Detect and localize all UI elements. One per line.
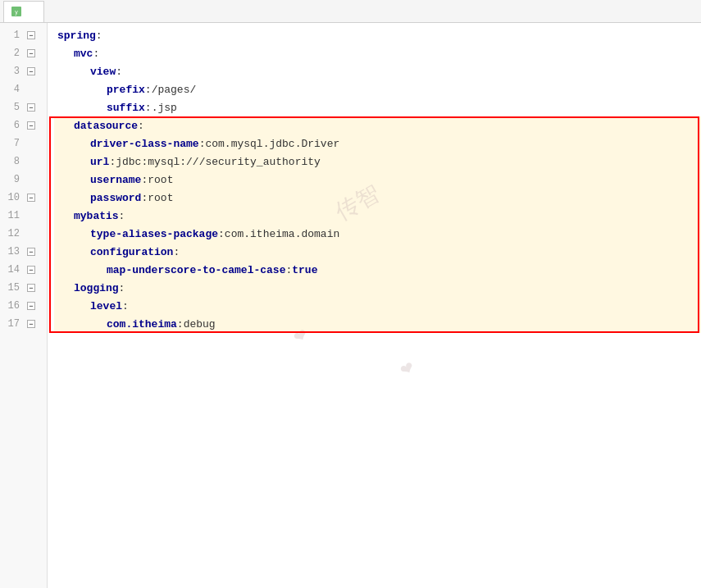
code-line: url: jdbc:mysql:///security_authority	[54, 153, 701, 171]
fold-icon[interactable]: −	[25, 266, 38, 274]
code-token: :	[141, 192, 148, 204]
code-line: mvc:	[54, 44, 701, 62]
code-token: username	[90, 174, 141, 186]
line-number: 9	[0, 174, 25, 185]
gutter-row: 14−	[0, 261, 47, 279]
gutter-row: 17−	[0, 315, 47, 333]
code-token: configuration	[90, 246, 173, 258]
code-token: :	[109, 156, 116, 168]
code-line: suffix: .jsp	[54, 98, 701, 116]
code-token: driver-class-name	[90, 138, 199, 150]
code-line: map-underscore-to-camel-case: true	[54, 261, 701, 279]
code-token: :	[199, 138, 206, 150]
code-line: com.itheima: debug	[54, 315, 701, 333]
code-token: map-underscore-to-camel-case	[107, 264, 285, 276]
fold-icon[interactable]: −	[25, 284, 38, 292]
code-line: mybatis:	[54, 207, 701, 225]
code-content: spring:mvc:view:prefix: /pages/suffix: .…	[48, 23, 701, 588]
code-token: password	[90, 192, 141, 204]
line-number: 13	[0, 246, 25, 258]
code-line: logging:	[54, 279, 701, 297]
code-token: true	[292, 264, 317, 276]
code-token: /pages/	[152, 84, 197, 96]
code-token: mvc	[74, 48, 93, 60]
code-token: root	[148, 192, 173, 204]
active-tab[interactable]: y	[3, 1, 44, 22]
line-number: 4	[0, 84, 25, 95]
code-line: username: root	[54, 171, 701, 189]
code-token: prefix	[107, 84, 145, 96]
line-number: 1	[0, 30, 25, 41]
fold-icon[interactable]: −	[25, 320, 38, 328]
fold-icon[interactable]: −	[25, 302, 38, 310]
code-token: type-aliases-package	[90, 228, 218, 240]
gutter-row: 3−	[0, 62, 47, 80]
gutter-row: 2−	[0, 44, 47, 62]
watermark-3: ❤	[396, 357, 418, 381]
code-token: com.itheima	[107, 318, 177, 330]
gutter-row: 8	[0, 153, 47, 171]
line-number: 14	[0, 264, 25, 276]
gutter-row: 13−	[0, 243, 47, 261]
line-number: 6	[0, 120, 25, 131]
gutter-row: 6−	[0, 116, 47, 134]
code-token: :	[177, 318, 184, 330]
code-token: :	[173, 246, 180, 258]
fold-icon[interactable]: −	[25, 121, 38, 130]
fold-icon[interactable]: −	[25, 49, 38, 57]
line-number: 15	[0, 282, 25, 294]
editor-window: y 1−2−3−45−6−78910−111213−14−15−16−17− s…	[0, 0, 701, 588]
code-token: com.mysql.jdbc.Driver	[205, 138, 339, 150]
line-number: 11	[0, 210, 25, 221]
code-token: view	[90, 66, 116, 78]
gutter-row: 10−	[0, 189, 47, 207]
line-number: 7	[0, 138, 25, 149]
line-number: 3	[0, 66, 25, 77]
code-token: :	[145, 102, 152, 114]
code-token: :	[145, 84, 152, 96]
file-icon: y	[11, 6, 22, 17]
code-line: level:	[54, 297, 701, 315]
code-line: configuration:	[54, 243, 701, 261]
fold-icon[interactable]: −	[25, 248, 38, 256]
line-number: 8	[0, 156, 25, 167]
code-token: :	[138, 120, 144, 132]
fold-icon[interactable]: −	[25, 67, 38, 75]
line-number: 12	[0, 228, 25, 239]
fold-icon[interactable]: −	[25, 31, 38, 39]
code-token: :	[285, 264, 292, 276]
tab-bar: y	[0, 0, 701, 23]
code-token: :	[96, 30, 102, 42]
code-token: logging	[74, 282, 119, 294]
code-token: datasource	[74, 120, 138, 132]
code-line: password: root	[54, 189, 701, 207]
fold-icon[interactable]: −	[25, 103, 38, 112]
gutter-row: 16−	[0, 297, 47, 315]
code-token: :	[116, 66, 122, 78]
code-line: type-aliases-package: com.itheima.domain	[54, 225, 701, 243]
gutter-row: 9	[0, 171, 47, 189]
code-token: com.itheima.domain	[225, 228, 339, 240]
gutter-row: 12	[0, 225, 47, 243]
code-token: .jsp	[152, 102, 177, 114]
code-token: debug	[184, 318, 216, 330]
code-token: :	[119, 210, 125, 222]
gutter-row: 7	[0, 134, 47, 153]
line-number: 16	[0, 300, 25, 312]
code-token: :	[141, 174, 148, 186]
gutter-row: 5−	[0, 98, 47, 116]
code-token: root	[148, 174, 173, 186]
code-token: jdbc:mysql:///security_authority	[116, 156, 321, 168]
code-token: :	[119, 282, 125, 294]
line-number: 2	[0, 48, 25, 59]
code-line: datasource:	[54, 116, 701, 134]
code-line: prefix: /pages/	[54, 80, 701, 98]
code-line: driver-class-name: com.mysql.jdbc.Driver	[54, 134, 701, 153]
line-number: 5	[0, 102, 25, 113]
code-token: :	[218, 228, 225, 240]
gutter-row: 15−	[0, 279, 47, 297]
code-line: spring:	[54, 26, 701, 44]
svg-text:y: y	[15, 9, 18, 16]
code-token: suffix	[107, 102, 145, 114]
fold-icon[interactable]: −	[25, 194, 38, 202]
